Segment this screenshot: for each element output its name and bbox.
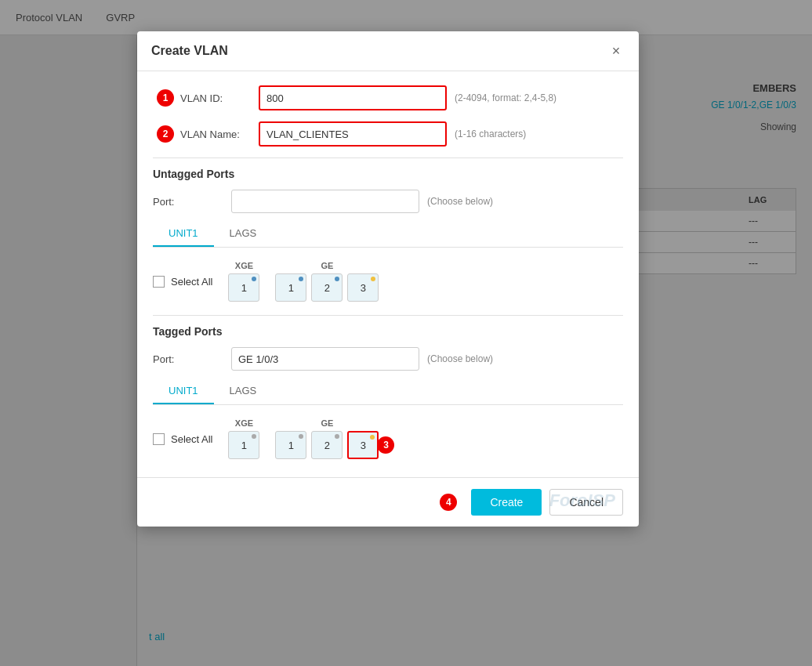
close-button[interactable]: × [607, 42, 625, 60]
create-button[interactable]: Create [471, 489, 542, 516]
cancel-button[interactable]: Cancel [549, 489, 623, 516]
create-vlan-modal: Create VLAN × 1 VLAN ID: (2-4094, format… [137, 31, 639, 527]
vlan-id-hint: (2-4094, format: 2,4-5,8) [455, 92, 556, 103]
untagged-tab-lags[interactable]: LAGS [214, 221, 273, 247]
modal-body: 1 VLAN ID: (2-4094, format: 2,4-5,8) 2 V… [137, 71, 639, 477]
step4-badge: 4 [440, 494, 457, 511]
tagged-xge-buttons: 1 [228, 431, 259, 459]
tagged-ge-port3-dot [370, 435, 375, 440]
tagged-tab-lags[interactable]: LAGS [214, 378, 273, 404]
tagged-tab-unit1[interactable]: UNIT1 [153, 378, 214, 404]
tagged-xge-port-1[interactable]: 1 [228, 431, 259, 459]
vlan-id-row: 1 VLAN ID: (2-4094, format: 2,4-5,8) [180, 85, 623, 110]
vlan-name-label: VLAN Name: [180, 128, 259, 140]
untagged-xge-port-1[interactable]: 1 [228, 273, 259, 302]
tagged-ge-port-1[interactable]: 1 [275, 431, 306, 459]
step1-badge: 1 [157, 89, 174, 107]
untagged-port-row: Port: (Choose below) [153, 190, 623, 213]
vlan-name-row: 2 VLAN Name: (1-16 characters) [180, 121, 623, 147]
tagged-xge-group: XGE 1 [228, 418, 259, 459]
untagged-xge-label: XGE [235, 261, 253, 270]
untagged-select-all-row: Select All [153, 276, 212, 288]
tagged-xge-label: XGE [235, 418, 253, 428]
tagged-ge-port1-dot [299, 434, 303, 439]
untagged-select-all-label: Select All [171, 276, 212, 288]
divider-1 [153, 157, 623, 158]
untagged-ge-buttons: 1 2 3 [275, 273, 379, 302]
step4-badge-container: 4 [440, 489, 457, 516]
untagged-ge-port1-dot [299, 277, 303, 281]
untagged-ge-group: GE 1 2 3 [275, 261, 379, 302]
untagged-port-label: Port: [153, 196, 231, 208]
untagged-ge-label: GE [321, 261, 334, 270]
vlan-name-hint: (1-16 characters) [455, 128, 526, 139]
modal-title: Create VLAN [151, 44, 228, 58]
tagged-port-input[interactable] [231, 347, 419, 371]
untagged-ge-port2-dot [335, 277, 339, 281]
vlan-id-input[interactable] [259, 85, 447, 110]
untagged-port-hint: (Choose below) [427, 196, 493, 207]
tagged-select-all-checkbox[interactable] [153, 433, 165, 445]
tagged-ports-title: Tagged Ports [153, 325, 623, 338]
tagged-port-selector: Select All XGE 1 GE 1 [153, 414, 623, 463]
tagged-select-all-row: Select All [153, 433, 212, 445]
untagged-xge-port1-dot [252, 277, 256, 281]
untagged-ge-port3-dot [371, 277, 375, 281]
untagged-select-all-checkbox[interactable] [153, 276, 165, 288]
tagged-xge-port1-dot [252, 434, 256, 439]
untagged-xge-buttons: 1 [228, 273, 259, 302]
untagged-ge-port-3[interactable]: 3 [347, 273, 379, 302]
tagged-tabs: UNIT1 LAGS [153, 378, 623, 405]
tagged-ge-buttons: 1 2 3 3 [275, 431, 379, 459]
untagged-port-input[interactable] [231, 190, 419, 213]
tagged-ge-group: GE 1 2 3 3 [275, 418, 379, 459]
vlan-name-input[interactable] [259, 121, 447, 147]
tagged-port-hint: (Choose below) [427, 353, 493, 364]
tagged-select-all-label: Select All [171, 433, 212, 445]
tagged-ge-port-3[interactable]: 3 3 [347, 431, 379, 459]
divider-2 [153, 315, 623, 316]
untagged-tab-unit1[interactable]: UNIT1 [153, 221, 214, 247]
untagged-xge-group: XGE 1 [228, 261, 259, 302]
tagged-port-row: Port: (Choose below) [153, 347, 623, 371]
tagged-ge-port2-dot [335, 434, 339, 439]
step3-badge: 3 [377, 436, 394, 454]
tagged-ge-label: GE [321, 418, 334, 428]
untagged-ports-title: Untagged Ports [153, 168, 623, 180]
modal-header: Create VLAN × [137, 31, 639, 71]
untagged-ge-port-1[interactable]: 1 [275, 273, 306, 302]
modal-footer: 4 Create Cancel [137, 477, 639, 527]
step2-badge: 2 [157, 125, 174, 143]
tagged-port-label: Port: [153, 353, 231, 365]
tagged-ge-port-2[interactable]: 2 [311, 431, 343, 459]
untagged-port-selector: Select All XGE 1 GE 1 [153, 257, 623, 306]
untagged-ge-port-2[interactable]: 2 [311, 273, 343, 302]
untagged-tabs: UNIT1 LAGS [153, 221, 623, 248]
vlan-id-label: VLAN ID: [180, 92, 259, 104]
